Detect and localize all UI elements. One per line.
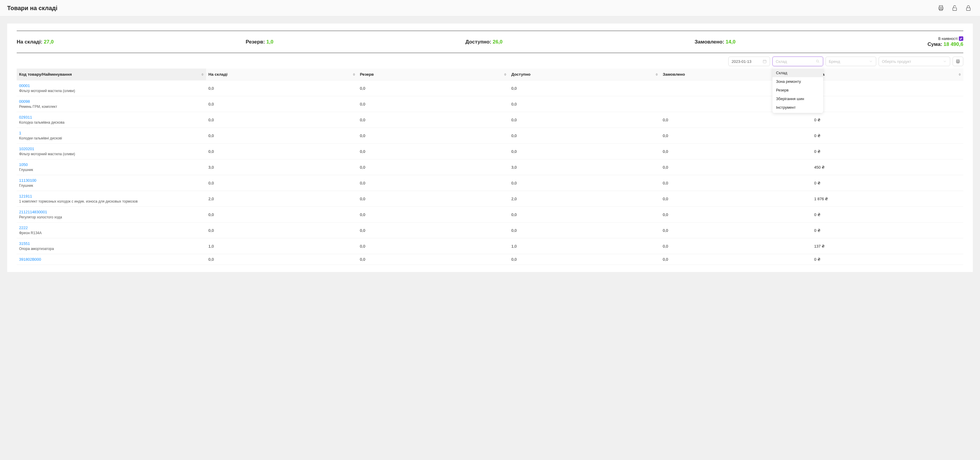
dropdown-option[interactable]: Склад xyxy=(772,68,823,77)
dropdown-option[interactable]: Зберігання шин xyxy=(772,94,823,103)
cell-ordered: 0,0 xyxy=(660,144,812,159)
filters-row: 2023-01-13 Склад СкладЗона ремонтуРезерв… xyxy=(17,53,963,68)
stats-row: На складі: 27,0 Резерв: 1,0 Доступно: 26… xyxy=(17,31,963,53)
cell-sum: 450 ₴ xyxy=(812,159,963,175)
topbar: Товари на складі xyxy=(0,0,980,16)
dropdown-option[interactable]: Інструмент xyxy=(772,103,823,112)
stat-ordered: Замовлено: 14,0 xyxy=(695,39,735,45)
product-name: Фільтр моторний мастила (оливи) xyxy=(19,152,204,156)
product-name: Опора амортизатора xyxy=(19,247,204,251)
cell-avail: 0,0 xyxy=(509,175,660,191)
dropdown-option[interactable]: Зона ремонту xyxy=(772,77,823,86)
product-code[interactable]: 029311 xyxy=(19,115,204,119)
cell-onstock: 0,0 xyxy=(206,96,358,112)
column-header[interactable]: Код товару/Найменування xyxy=(17,68,206,81)
date-picker[interactable]: 2023-01-13 xyxy=(728,57,770,66)
cell-reserve: 0,0 xyxy=(358,159,509,175)
warehouse-select[interactable]: Склад xyxy=(772,57,823,66)
product-name: Колодка гальмівна дискова xyxy=(19,121,204,125)
cell-ordered: 0,0 xyxy=(660,207,812,222)
svg-rect-4 xyxy=(967,8,970,10)
product-name: 1 комплект тормозных колодок с индик. из… xyxy=(19,199,204,203)
table-row: 31551Опора амортизатора1,00,01,00,0137 ₴ xyxy=(17,238,963,254)
cell-ordered: 0,0 xyxy=(660,159,812,175)
product-code[interactable]: 2222 xyxy=(19,225,204,230)
cell-sum: 0 ₴ xyxy=(812,222,963,238)
cell-avail: 0,0 xyxy=(509,96,660,112)
cell-avail: 1,0 xyxy=(509,238,660,254)
product-code[interactable]: 2112114830001 xyxy=(19,210,204,214)
stat-sum-col: В наявності Сума: 18 490,6 xyxy=(928,36,963,48)
cell-reserve: 0,0 xyxy=(358,191,509,207)
cell-sum: 0 ₴ xyxy=(812,81,963,96)
product-name: Ремень ГРМ, комплект xyxy=(19,105,204,109)
cell-reserve: 0,0 xyxy=(358,144,509,159)
brand-select[interactable]: Бренд xyxy=(826,57,876,66)
product-name: Глушник xyxy=(19,168,204,172)
warehouse-placeholder: Склад xyxy=(776,59,787,64)
cell-reserve: 0,0 xyxy=(358,222,509,238)
page-title: Товари на складі xyxy=(7,5,57,12)
stat-onstock: На складі: 27,0 xyxy=(17,39,54,45)
table-row: 1Колодки гальмівні дискові0,00,00,00,00 … xyxy=(17,128,963,144)
cell-onstock: 0,0 xyxy=(206,207,358,222)
cell-sum: 0 ₴ xyxy=(812,144,963,159)
lock-icon[interactable] xyxy=(964,3,973,13)
cell-onstock: 0,0 xyxy=(206,81,358,96)
table-row: 1219111 комплект тормозных колодок с инд… xyxy=(17,191,963,207)
product-code[interactable]: 31551 xyxy=(19,241,204,246)
column-header[interactable]: Резерв xyxy=(358,68,509,81)
unlock-icon[interactable] xyxy=(950,3,959,13)
product-name: Фільтр моторний мастила (оливи) xyxy=(19,89,204,93)
product-code[interactable]: 121911 xyxy=(19,194,204,198)
product-placeholder: Оберіть продукт xyxy=(882,59,911,64)
product-code[interactable]: 00001 xyxy=(19,83,204,88)
brand-placeholder: Бренд xyxy=(829,59,840,64)
product-code[interactable]: 1020201 xyxy=(19,147,204,151)
table-row: 2112114830001Регулятор холостого хода0,0… xyxy=(17,207,963,222)
main-panel: На складі: 27,0 Резерв: 1,0 Доступно: 26… xyxy=(7,24,973,272)
cell-onstock: 3,0 xyxy=(206,159,358,175)
cell-reserve: 0,0 xyxy=(358,254,509,265)
cell-onstock: 0,0 xyxy=(206,112,358,128)
product-code[interactable]: 1050 xyxy=(19,162,204,167)
cell-onstock: 0,0 xyxy=(206,175,358,191)
product-code[interactable]: 1 xyxy=(19,131,204,135)
dropdown-option[interactable]: Резерв xyxy=(772,86,823,94)
cell-ordered: 0,0 xyxy=(660,175,812,191)
product-code[interactable]: 00098 xyxy=(19,99,204,104)
date-value: 2023-01-13 xyxy=(732,59,752,64)
warehouse-dropdown: СкладЗона ремонтуРезервЗберігання шинІнс… xyxy=(772,67,823,113)
in-stock-toggle[interactable]: В наявності xyxy=(938,36,963,41)
cell-ordered: 0,0 xyxy=(660,191,812,207)
cell-avail: 0,0 xyxy=(509,128,660,144)
topbar-actions xyxy=(937,3,973,13)
cell-sum: 0 ₴ xyxy=(812,254,963,265)
cell-reserve: 0,0 xyxy=(358,175,509,191)
table-row: 1050Глушник3,00,03,00,0450 ₴ xyxy=(17,159,963,175)
product-code[interactable]: 391802B000 xyxy=(19,257,204,262)
cell-reserve: 0,0 xyxy=(358,207,509,222)
table-row: 029311Колодка гальмівна дискова0,00,00,0… xyxy=(17,112,963,128)
cell-avail: 0,0 xyxy=(509,112,660,128)
table-row: 1020201Фільтр моторний мастила (оливи)0,… xyxy=(17,144,963,159)
cell-onstock: 0,0 xyxy=(206,254,358,265)
product-select[interactable]: Оберіть продукт xyxy=(878,57,950,66)
column-header[interactable]: Сума xyxy=(812,68,963,81)
cell-avail: 0,0 xyxy=(509,222,660,238)
svg-rect-7 xyxy=(957,60,959,61)
product-code[interactable]: 11130100 xyxy=(19,178,204,182)
cell-reserve: 0,0 xyxy=(358,238,509,254)
table-row: 391802B0000,00,00,00,00 ₴ xyxy=(17,254,963,265)
column-header[interactable]: На складі xyxy=(206,68,358,81)
cell-onstock: 2,0 xyxy=(206,191,358,207)
cell-reserve: 0,0 xyxy=(358,128,509,144)
calendar-icon xyxy=(763,59,767,63)
print-button[interactable] xyxy=(953,57,963,66)
cell-onstock: 0,0 xyxy=(206,222,358,238)
cell-onstock: 0,0 xyxy=(206,128,358,144)
cell-sum: 0 ₴ xyxy=(812,128,963,144)
column-header[interactable]: Доступно xyxy=(509,68,660,81)
cell-ordered: 0,0 xyxy=(660,128,812,144)
print-icon[interactable] xyxy=(937,3,945,13)
